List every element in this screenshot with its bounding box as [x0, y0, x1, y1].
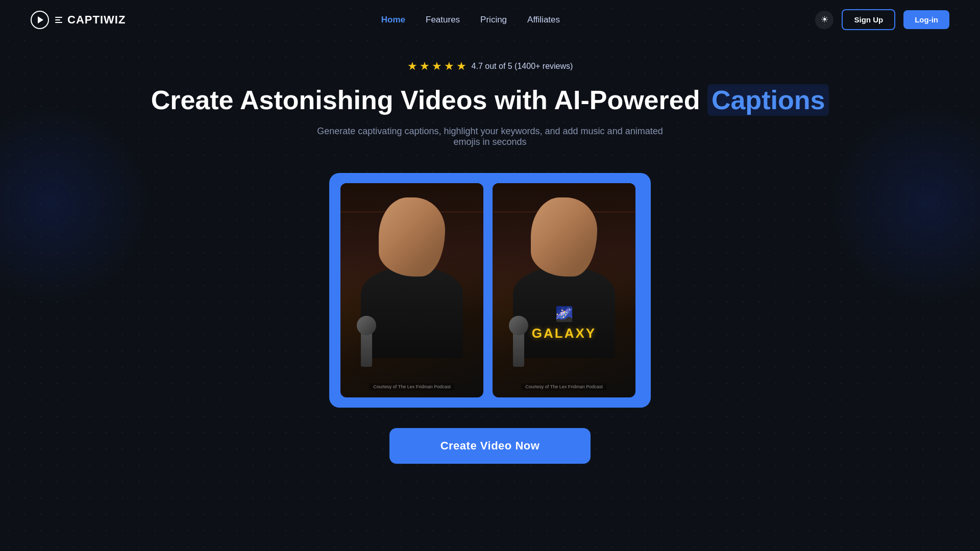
- galaxy-emoji: 🌌: [555, 306, 573, 322]
- logo-lines: [55, 17, 62, 23]
- login-button[interactable]: Log-in: [903, 10, 949, 29]
- video-comparison-container: Courtesy of The Lex Fridman Podcast 🌌 GA…: [329, 173, 651, 408]
- rating-row: ★ ★ ★ ★ ★ 4.7 out of 5 (1400+ reviews): [407, 60, 573, 73]
- stars: ★ ★ ★ ★ ★: [407, 60, 467, 73]
- watermark-after: Courtesy of The Lex Fridman Podcast: [521, 383, 606, 390]
- star-2: ★: [420, 60, 430, 73]
- head-after: [531, 197, 597, 277]
- logo-line-1: [55, 17, 62, 18]
- logo-icon: [31, 11, 49, 29]
- hero-subtext: Generate captivating captions, highlight…: [311, 126, 669, 147]
- nav-right: ☀ Sign Up Log-in: [815, 9, 949, 30]
- star-5: ★: [456, 60, 467, 73]
- nav-item-affiliates[interactable]: Affiliates: [527, 15, 560, 25]
- video-card-after: 🌌 GALAXY Courtesy of The Lex Fridman Pod…: [493, 183, 635, 397]
- body-before: [361, 266, 463, 358]
- galaxy-text: GALAXY: [532, 325, 596, 341]
- nav-link-home[interactable]: Home: [381, 15, 405, 24]
- navbar: CAPTIWIZ Home Features Pricing Affiliate…: [0, 0, 980, 39]
- caption-overlay: 🌌 GALAXY: [532, 306, 596, 341]
- mic-head-before: [357, 316, 376, 335]
- heading-highlight: Captions: [707, 84, 829, 116]
- star-3: ★: [432, 60, 442, 73]
- theme-toggle-button[interactable]: ☀: [815, 11, 834, 29]
- logo-text: CAPTIWIZ: [67, 13, 126, 27]
- star-4: ★: [444, 60, 454, 73]
- nav-link-affiliates[interactable]: Affiliates: [527, 15, 560, 24]
- hero-heading: Create Astonishing Videos with AI-Powere…: [151, 85, 829, 116]
- logo-line-3: [55, 22, 62, 23]
- head-before: [379, 197, 445, 277]
- rating-text: 4.7 out of 5 (1400+ reviews): [472, 62, 573, 71]
- mic-after: [513, 326, 524, 367]
- mic-head-after: [509, 316, 528, 335]
- nav-item-features[interactable]: Features: [426, 15, 460, 25]
- video-card-before: Courtesy of The Lex Fridman Podcast: [340, 183, 483, 397]
- logo-line-2: [55, 19, 60, 20]
- watermark-before: Courtesy of The Lex Fridman Podcast: [369, 383, 454, 390]
- star-1: ★: [407, 60, 418, 73]
- create-video-button[interactable]: Create Video Now: [389, 428, 591, 464]
- nav-item-home[interactable]: Home: [381, 15, 405, 25]
- cta-section: Create Video Now: [0, 428, 980, 474]
- logo[interactable]: CAPTIWIZ: [31, 11, 126, 29]
- signup-button[interactable]: Sign Up: [842, 9, 895, 30]
- mic-before: [361, 326, 372, 367]
- nav-link-pricing[interactable]: Pricing: [480, 15, 507, 24]
- main-content: ★ ★ ★ ★ ★ 4.7 out of 5 (1400+ reviews) C…: [0, 39, 980, 474]
- nav-links: Home Features Pricing Affiliates: [381, 15, 560, 25]
- nav-item-pricing[interactable]: Pricing: [480, 15, 507, 25]
- heading-plain: Create Astonishing Videos with AI-Powere…: [151, 85, 707, 115]
- nav-link-features[interactable]: Features: [426, 15, 460, 24]
